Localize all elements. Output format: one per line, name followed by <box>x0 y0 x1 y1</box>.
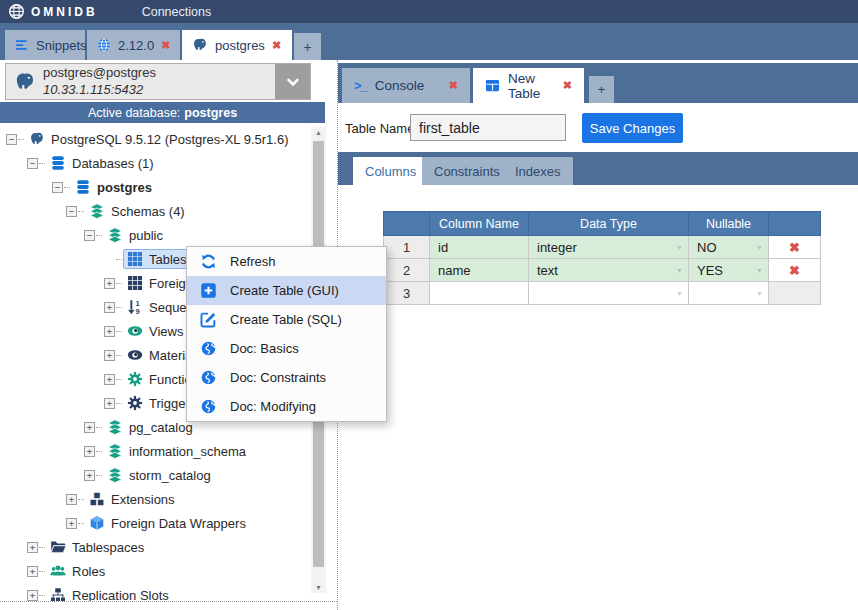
close-icon[interactable]: ✖ <box>449 79 458 92</box>
close-icon[interactable]: ✖ <box>563 79 572 92</box>
expand-plus-icon[interactable]: + <box>104 326 115 337</box>
tree-item-label: Schemas (4) <box>111 204 185 219</box>
add-tab-button[interactable]: + <box>589 76 614 103</box>
tree-item-roles[interactable]: +Roles <box>0 559 311 583</box>
row-number-cell: 2 <box>384 259 430 282</box>
tree-item-replication-slots[interactable]: +Replication Slots <box>0 583 311 601</box>
folder-icon <box>50 539 66 555</box>
omnidb-logo: OMNIDB <box>0 3 98 20</box>
expand-plus-icon[interactable]: + <box>104 278 115 289</box>
tree-item-tablespaces[interactable]: +Tablespaces <box>0 535 311 559</box>
delete-row-button[interactable]: ✖ <box>769 236 821 259</box>
nullable-cell[interactable]: NO▼ <box>689 236 769 259</box>
tree-item-postgresql-9-5-12-postgres-xl-9-5r1-6[interactable]: −PostgreSQL 9.5.12 (Postgres-XL 9.5r1.6) <box>0 127 311 151</box>
data-type-cell[interactable]: text▼ <box>529 259 689 282</box>
refresh-icon <box>200 253 217 270</box>
expand-plus-icon[interactable]: + <box>27 542 38 553</box>
delete-row-icon[interactable]: ✖ <box>789 263 800 278</box>
connection-selector[interactable]: postgres@postgres 10.33.1.115:5432 <box>5 63 311 100</box>
database-icon <box>75 179 91 195</box>
tree-item-information-schema[interactable]: +information_schema <box>0 439 311 463</box>
menu-item-create-table-gui[interactable]: Create Table (GUI) <box>187 276 386 305</box>
dropdown-caret-icon[interactable]: ▼ <box>756 267 763 274</box>
column-name-cell[interactable]: name <box>430 259 529 282</box>
menu-item-doc-modifying[interactable]: Doc: Modifying <box>187 392 386 421</box>
tree-item-databases-1[interactable]: −Databases (1) <box>0 151 311 175</box>
nullable-cell[interactable]: ▼ <box>689 282 769 305</box>
tab-new-table[interactable]: New Table ✖ <box>473 68 584 103</box>
top-bar: OMNIDB Connections <box>0 0 858 23</box>
nullable-cell[interactable]: YES▼ <box>689 259 769 282</box>
expand-plus-icon[interactable]: + <box>27 566 38 577</box>
tree-connector <box>116 307 122 308</box>
expand-plus-icon[interactable]: + <box>84 446 95 457</box>
plus-square-icon <box>200 282 217 299</box>
dropdown-caret-icon[interactable]: ▼ <box>756 290 763 297</box>
collapse-minus-icon[interactable]: − <box>27 158 38 169</box>
menu-item-label: Create Table (SQL) <box>230 312 342 327</box>
scroll-up-icon[interactable]: ▲ <box>311 129 326 136</box>
tab-version[interactable]: 2.12.0 ✖ <box>87 30 180 60</box>
delete-row-icon[interactable]: ✖ <box>789 240 800 255</box>
expand-plus-icon[interactable]: + <box>84 422 95 433</box>
menu-item-create-table-sql[interactable]: Create Table (SQL) <box>187 305 386 334</box>
dropdown-caret-icon[interactable]: ▼ <box>756 244 763 251</box>
menu-item-doc-basics[interactable]: Doc: Basics <box>187 334 386 363</box>
cubes-icon <box>89 491 105 507</box>
tree-item-extensions[interactable]: +Extensions <box>0 487 311 511</box>
tab-label: postgres <box>215 38 265 53</box>
tab-constraints[interactable]: Constraints <box>422 157 512 185</box>
tree-item-label: pg_catalog <box>129 420 193 435</box>
tree-item-label: postgres <box>97 180 152 195</box>
tree-item-foreign-data-wrappers[interactable]: +Foreign Data Wrappers <box>0 511 311 535</box>
tab-columns[interactable]: Columns <box>353 157 428 185</box>
column-name-cell[interactable] <box>430 282 529 305</box>
expand-plus-icon[interactable]: + <box>66 518 77 529</box>
close-icon[interactable]: ✖ <box>161 39 170 52</box>
tab-label: 2.12.0 <box>118 38 154 53</box>
expand-plus-icon[interactable]: + <box>27 590 38 601</box>
collapse-minus-icon[interactable]: − <box>52 182 63 193</box>
tab-indexes[interactable]: Indexes <box>503 157 573 185</box>
collapse-minus-icon[interactable]: − <box>66 206 77 217</box>
tab-snippets[interactable]: Snippets <box>5 30 85 60</box>
expand-plus-icon[interactable]: + <box>104 374 115 385</box>
menu-item-connections[interactable]: Connections <box>142 5 212 19</box>
tab-console[interactable]: >_ Console ✖ <box>342 68 470 103</box>
table-name-input[interactable] <box>410 114 566 141</box>
column-name-cell[interactable]: id <box>430 236 529 259</box>
data-type-cell[interactable]: integer▼ <box>529 236 689 259</box>
tree-item-schemas-4[interactable]: −Schemas (4) <box>0 199 311 223</box>
expand-plus-icon[interactable]: + <box>104 350 115 361</box>
scroll-down-icon[interactable]: ▼ <box>311 584 326 591</box>
expand-plus-icon[interactable]: + <box>104 302 115 313</box>
tree-item-label: Views <box>149 324 183 339</box>
save-changes-button[interactable]: Save Changes <box>582 113 683 143</box>
menu-item-label: Create Table (GUI) <box>230 283 339 298</box>
tree-item-postgres[interactable]: −postgres <box>0 175 311 199</box>
tree-connector <box>116 283 122 284</box>
expand-plus-icon[interactable]: + <box>84 470 95 481</box>
menu-item-refresh[interactable]: Refresh <box>187 247 386 276</box>
collapse-minus-icon[interactable]: − <box>84 230 95 241</box>
expand-plus-icon[interactable]: + <box>104 398 115 409</box>
tree-item-storm-catalog[interactable]: +storm_catalog <box>0 463 311 487</box>
delete-row-button[interactable]: ✖ <box>769 259 821 282</box>
collapse-minus-icon[interactable]: − <box>6 134 17 145</box>
close-icon[interactable]: ✖ <box>272 39 281 52</box>
expand-plus-icon[interactable]: + <box>66 494 77 505</box>
connection-dropdown-button[interactable] <box>275 64 310 99</box>
connection-host: 10.33.1.115:5432 <box>43 82 156 98</box>
tree-item-public[interactable]: −public <box>0 223 311 247</box>
tree-connector <box>96 475 102 476</box>
tab-postgres[interactable]: postgres ✖ <box>182 30 292 60</box>
table-grid-blue-icon <box>127 251 143 267</box>
data-type-cell[interactable]: ▼ <box>529 282 689 305</box>
menu-item-doc-constraints[interactable]: Doc: Constraints <box>187 363 386 392</box>
dropdown-caret-icon[interactable]: ▼ <box>676 267 683 274</box>
main-tab-bar: Snippets 2.12.0 ✖ postgres ✖ + <box>0 23 858 60</box>
add-tab-button[interactable]: + <box>294 33 321 60</box>
row-number-cell: 3 <box>384 282 430 305</box>
dropdown-caret-icon[interactable]: ▼ <box>676 244 683 251</box>
dropdown-caret-icon[interactable]: ▼ <box>676 290 683 297</box>
